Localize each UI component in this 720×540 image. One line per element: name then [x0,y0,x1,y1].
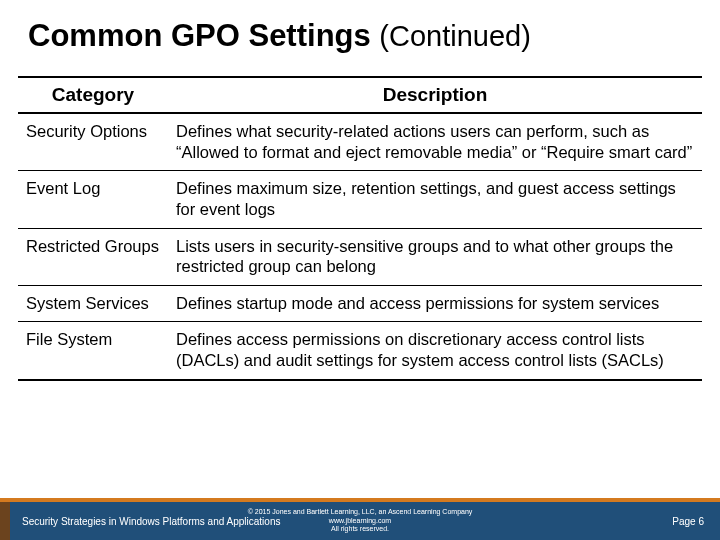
copyright-line: © 2015 Jones and Bartlett Learning, LLC,… [248,508,473,516]
cell-description: Defines access permissions on discretion… [168,322,702,380]
page-title: Common GPO Settings (Continued) [0,0,720,62]
gpo-settings-table: Category Description Security Options De… [18,76,702,381]
table-row: Security Options Defines what security-r… [18,113,702,171]
copyright-url: www.jblearning.com [248,517,473,525]
slide: Common GPO Settings (Continued) Category… [0,0,720,540]
table-header-row: Category Description [18,77,702,113]
footer-bar: Security Strategies in Windows Platforms… [0,502,720,540]
table-row: System Services Defines startup mode and… [18,285,702,322]
page-number: Page 6 [672,516,704,527]
cell-description: Lists users in security-sensitive groups… [168,228,702,285]
footer-accent [0,502,10,540]
header-description: Description [168,77,702,113]
cell-category: Security Options [18,113,168,171]
cell-category: File System [18,322,168,380]
slide-footer: Security Strategies in Windows Platforms… [0,498,720,540]
title-main: Common GPO Settings [28,18,379,53]
table-row: Event Log Defines maximum size, retentio… [18,171,702,228]
table-row: Restricted Groups Lists users in securit… [18,228,702,285]
cell-category: Restricted Groups [18,228,168,285]
footer-copyright: © 2015 Jones and Bartlett Learning, LLC,… [248,508,473,533]
title-continued: (Continued) [379,20,531,52]
header-category: Category [18,77,168,113]
cell-category: System Services [18,285,168,322]
cell-description: Defines what security-related actions us… [168,113,702,171]
cell-description: Defines startup mode and access permissi… [168,285,702,322]
table-container: Category Description Security Options De… [0,62,720,381]
cell-category: Event Log [18,171,168,228]
copyright-rights: All rights reserved. [248,525,473,533]
table-row: File System Defines access permissions o… [18,322,702,380]
cell-description: Defines maximum size, retention settings… [168,171,702,228]
footer-book-title: Security Strategies in Windows Platforms… [22,516,280,527]
